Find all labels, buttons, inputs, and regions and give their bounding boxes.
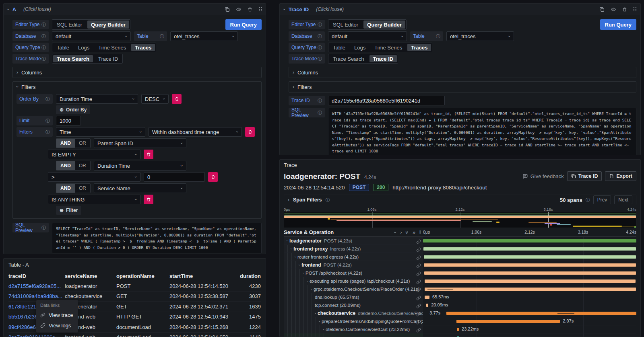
eye-icon[interactable]: [236, 7, 242, 12]
chevron-down-icon[interactable]: ›: [318, 321, 322, 322]
condition-operator-select[interactable]: >›: [48, 172, 140, 182]
chevron-down-icon[interactable]: ›: [310, 288, 314, 290]
remove-condition-button[interactable]: [144, 195, 153, 204]
condition-field-select[interactable]: Service Name›: [94, 183, 186, 193]
drag-handle-icon[interactable]: [633, 7, 636, 12]
span-row[interactable]: ›prepareOrderItemsAndShippingQuoteFromCa…: [284, 317, 636, 325]
limit-input[interactable]: 1000: [56, 116, 81, 125]
span-name[interactable]: ›frontendPOST (4.22s): [284, 261, 423, 269]
collapse-one-icon[interactable]: ›: [392, 232, 398, 233]
span-filters-label[interactable]: Span Filters: [293, 197, 322, 203]
table-select[interactable]: otel_traces›: [170, 31, 238, 41]
remove-filter-button[interactable]: [245, 127, 255, 137]
order-by-field-select[interactable]: Duration Time›: [56, 94, 138, 104]
expand-chevron-icon[interactable]: ›: [288, 197, 289, 203]
column-header-operationname[interactable]: operationName: [116, 273, 169, 279]
span-row[interactable]: ›checkoutserviceoteldemo.CheckoutService…: [284, 309, 636, 317]
condition-value-input[interactable]: 0: [144, 172, 205, 182]
query-type-traces[interactable]: Traces: [407, 44, 431, 51]
span-link-icon[interactable]: [416, 287, 421, 293]
query-type-logs[interactable]: Logs: [350, 43, 370, 52]
and-or-toggle[interactable]: ANDOR: [56, 161, 91, 171]
delete-icon[interactable]: [248, 7, 252, 12]
filter-field-select[interactable]: Time›: [56, 127, 145, 137]
chevron-down-icon[interactable]: ›: [314, 312, 318, 314]
query-type-table[interactable]: Table: [328, 43, 350, 52]
run-query-button[interactable]: Run Query: [225, 19, 262, 30]
and-or-toggle[interactable]: ANDOR: [56, 138, 91, 148]
column-resize-handle[interactable]: ‖: [419, 230, 421, 234]
span-name[interactable]: ›router frontend egress (4.22s): [284, 253, 423, 261]
column-header-traceid[interactable]: traceID: [8, 273, 65, 279]
query-type-logs[interactable]: Logs: [74, 43, 94, 52]
view-trace-link[interactable]: View trace: [40, 312, 74, 318]
span-name[interactable]: ›prepareOrderItemsAndShippingQuoteFromCa…: [284, 317, 423, 325]
collapse-all-icon[interactable]: »: [405, 231, 410, 234]
span-name[interactable]: tcp.connect (20.09ms): [284, 301, 423, 309]
column-header-servicename[interactable]: serviceName: [65, 273, 116, 279]
drag-handle-icon[interactable]: [258, 7, 262, 12]
span-bar[interactable]: [457, 328, 459, 331]
sql-editor-option[interactable]: SQL Editor: [328, 20, 363, 29]
prev-button[interactable]: Prev: [593, 195, 611, 204]
span-row[interactable]: ›router frontend egress (4.22s): [284, 253, 636, 261]
condition-field-select[interactable]: Parent Span ID›: [94, 138, 186, 148]
span-row[interactable]: tcp.connect (20.09ms)20.09ms: [284, 301, 636, 309]
span-row[interactable]: [284, 333, 636, 337]
span-bar[interactable]: [424, 255, 636, 259]
span-link-icon[interactable]: [416, 327, 421, 333]
query-builder-option[interactable]: Query Builder: [87, 21, 129, 29]
export-button[interactable]: Export: [605, 171, 636, 181]
span-link-icon[interactable]: [416, 238, 421, 245]
trace-id-input[interactable]: d2a7155ef6a928a05680e5ff6190241d: [328, 96, 445, 105]
span-bar[interactable]: [424, 263, 636, 267]
add-filter-button[interactable]: ⊕Filter: [56, 206, 81, 215]
query-type-timeseries[interactable]: Time Series: [370, 43, 407, 52]
span-row[interactable]: ›loadgeneratorPOST (4.23s): [284, 237, 636, 245]
span-row[interactable]: ›oteldemo.CartService/GetCart (23.22ms)2…: [284, 325, 636, 333]
trace-id-link[interactable]: 74d31009a4ba9d8ba...: [8, 293, 65, 299]
remove-condition-button[interactable]: [144, 150, 153, 159]
next-button[interactable]: Next: [614, 195, 632, 204]
sql-editor-option[interactable]: SQL Editor: [52, 20, 87, 29]
span-name[interactable]: ›oteldemo.CartService/GetCart (23.22ms): [284, 325, 423, 333]
add-order-by-button[interactable]: ⊕Order By: [56, 105, 90, 114]
span-name[interactable]: [284, 333, 423, 337]
filter-value-select[interactable]: Within dashboard time range›: [149, 127, 242, 137]
span-name[interactable]: ›grpc.oteldemo.CheckoutService/PlaceOrde…: [284, 285, 423, 293]
span-row[interactable]: dns.lookup (65.57ms)65.57ms: [284, 293, 636, 301]
span-link-icon[interactable]: [416, 271, 421, 277]
span-name[interactable]: ›loadgeneratorPOST (4.23s): [284, 237, 423, 245]
span-link-icon[interactable]: [416, 319, 421, 325]
remove-condition-button[interactable]: [208, 172, 218, 182]
view-logs-link[interactable]: View logs: [40, 323, 74, 329]
span-bar[interactable]: [423, 247, 636, 251]
condition-operator-select[interactable]: IS ANYTHING›: [48, 195, 140, 204]
span-link-icon[interactable]: [416, 247, 421, 253]
chevron-down-icon[interactable]: ›: [297, 264, 301, 265]
query-type-timeseries[interactable]: Time Series: [94, 43, 130, 52]
span-link-icon[interactable]: [416, 263, 421, 269]
columns-section[interactable]: ›Columns: [289, 67, 636, 78]
filters-section[interactable]: ›Filters: [289, 81, 636, 92]
expand-one-icon[interactable]: ›: [400, 230, 402, 235]
trace-mode-search[interactable]: Trace Search: [328, 54, 369, 63]
column-header-starttime[interactable]: startTime: [169, 273, 233, 279]
trace-id-link[interactable]: d2a7155ef6a928a05...: [8, 283, 65, 289]
trace-mode-id[interactable]: Trace ID: [369, 55, 397, 62]
span-link-icon[interactable]: [416, 295, 421, 301]
order-by-direction-select[interactable]: DESC›: [141, 94, 169, 104]
span-name[interactable]: ›executing api route (pages) /api/checko…: [284, 277, 423, 285]
condition-operator-select[interactable]: IS EMPTY›: [48, 150, 140, 159]
chevron-down-icon[interactable]: ›: [285, 240, 289, 241]
duplicate-icon[interactable]: [599, 7, 605, 12]
span-bar[interactable]: [423, 239, 636, 242]
span-row[interactable]: ›POST /api/checkout (4.22s): [284, 269, 636, 277]
chevron-down-icon[interactable]: ›: [322, 329, 326, 330]
span-bar[interactable]: [426, 304, 428, 307]
chevron-down-icon[interactable]: ›: [301, 272, 305, 273]
collapse-chevron-icon[interactable]: ›: [282, 8, 287, 10]
expand-all-icon[interactable]: »: [413, 230, 415, 235]
span-bar[interactable]: [425, 279, 636, 283]
columns-section[interactable]: ›Columns: [12, 67, 262, 78]
